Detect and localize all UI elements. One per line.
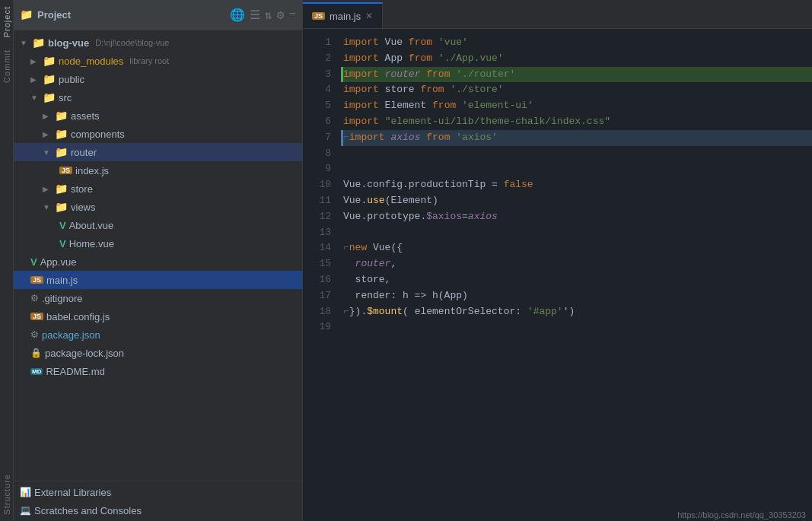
token: from <box>409 35 432 51</box>
tree-label: store <box>71 183 93 195</box>
tree-item-about-vue[interactable]: V About.vue <box>14 216 302 234</box>
tree-item-blog-vue[interactable]: ▼ 📁 blog-vue D:\njl\code\blog-vue <box>14 33 302 52</box>
tree-subtitle: D:\njl\code\blog-vue <box>95 38 169 47</box>
tree-label: node_modules <box>59 56 123 67</box>
code-line-12: Vue.prototype.$axios=axios <box>343 209 812 225</box>
tree-item-main-js[interactable]: JS main.js <box>14 271 302 289</box>
globe-icon[interactable]: 🌐 <box>230 8 245 23</box>
token: import <box>343 114 379 130</box>
tree-label: Scratches and Consoles <box>34 505 142 516</box>
token: import <box>343 51 379 67</box>
tree-label: .gitignore <box>42 293 82 304</box>
token: from <box>409 51 432 67</box>
project-icon: 📁 <box>20 8 33 21</box>
token: $axios <box>426 209 462 225</box>
token <box>420 130 426 146</box>
token: new <box>349 240 367 256</box>
tree-item-scratches[interactable]: 💻 Scratches and Consoles <box>14 501 302 519</box>
code-line-11: Vue.use(Element) <box>343 193 812 209</box>
md-badge: MD <box>30 368 43 375</box>
token <box>379 67 385 83</box>
token: Vue <box>379 35 409 51</box>
code-line-9 <box>343 161 812 177</box>
commit-label[interactable]: Commit <box>1 43 13 89</box>
arrow-right-icon: ▶ <box>30 57 40 65</box>
folder-icon: 📁 <box>55 201 68 213</box>
token <box>432 51 438 67</box>
code-line-17: render: h => h(App) <box>343 288 812 304</box>
line-num: 13 <box>303 225 331 241</box>
tree-item-node-modules[interactable]: ▶ 📁 node_modules library root <box>14 52 302 70</box>
tree-item-views[interactable]: ▼ 📁 views <box>14 198 302 216</box>
tree-item-babel-config[interactable]: JS babel.config.js <box>14 307 302 326</box>
token: import <box>343 98 379 114</box>
status-bar: https://blog.csdn.net/qq_30353203 <box>671 509 812 521</box>
arrow-right-icon: ▶ <box>30 75 40 84</box>
minus-icon[interactable]: − <box>288 8 296 23</box>
token: 'element-ui' <box>462 98 533 114</box>
token: import <box>343 82 379 98</box>
tree-item-app-vue[interactable]: V App.vue <box>14 253 302 271</box>
list-icon[interactable]: ☰ <box>250 8 260 23</box>
line-num: 9 <box>303 161 331 177</box>
tree-label: public <box>59 74 84 85</box>
tree-item-package-lock[interactable]: 🔒 package-lock.json <box>14 344 302 362</box>
arrow-right-icon: ▶ <box>43 185 52 193</box>
line-num: 4 <box>303 82 331 98</box>
code-line-19 <box>343 319 812 335</box>
code-line-14: ⌐new Vue({ <box>343 240 812 256</box>
tab-close-button[interactable]: ✕ <box>365 11 373 21</box>
tree-item-src[interactable]: ▼ 📁 src <box>14 88 302 106</box>
tree-item-components[interactable]: ▶ 📁 components <box>14 125 302 143</box>
folder-icon: 📁 <box>43 91 56 103</box>
code-line-5: import Element from 'element-ui' <box>343 98 812 114</box>
tree-item-ext-libs[interactable]: 📊 External Libraries <box>14 483 302 501</box>
line-numbers: 1 2 3 4 5 6 7 8 9 10 11 12 13 14 15 16 1… <box>303 29 337 521</box>
tree-item-gitignore[interactable]: ⚙ .gitignore <box>14 289 302 307</box>
token: axios <box>390 130 420 146</box>
tab-bar: JS main.js ✕ <box>303 0 812 29</box>
token: ( elementOrSelector: <box>403 304 527 320</box>
tree-item-package-json[interactable]: ⚙ package.json <box>14 326 302 344</box>
tree-item-store[interactable]: ▶ 📁 store <box>14 179 302 198</box>
tree-item-router[interactable]: ▼ 📁 router <box>14 143 302 161</box>
tree-item-router-index[interactable]: JS index.js <box>14 161 302 179</box>
tree-item-assets[interactable]: ▶ 📁 assets <box>14 106 302 125</box>
tree-label: About.vue <box>69 220 114 231</box>
js-tab-badge: JS <box>312 12 325 20</box>
filter-icon[interactable]: ⇅ <box>265 8 272 23</box>
gear-icon: ⚙ <box>30 329 39 340</box>
lock-icon: 🔒 <box>30 348 42 358</box>
token: ⌐ <box>343 304 349 320</box>
arrow-right-icon: ▶ <box>43 112 52 120</box>
tree-item-home-vue[interactable]: V Home.vue <box>14 234 302 253</box>
token: './router' <box>456 67 515 83</box>
tree-label: README.md <box>46 366 104 377</box>
tree-item-readme[interactable]: MD README.md <box>14 362 302 380</box>
tab-main-js[interactable]: JS main.js ✕ <box>303 2 383 28</box>
token: import <box>343 67 379 83</box>
project-label[interactable]: Project <box>1 0 13 43</box>
token: router <box>385 67 421 83</box>
js-badge: JS <box>59 167 72 174</box>
tree-label: views <box>71 202 96 213</box>
vue-badge: V <box>59 220 66 231</box>
token: './store' <box>450 82 503 98</box>
bar-chart-icon: 📊 <box>20 487 31 497</box>
code-line-3: import router from './router' <box>341 67 812 83</box>
token: , <box>390 256 396 272</box>
token <box>343 256 355 272</box>
structure-label[interactable]: Structure <box>1 468 13 521</box>
gear-icon[interactable]: ⚙ <box>277 8 285 23</box>
js-badge: JS <box>30 276 43 284</box>
tree-label: External Libraries <box>34 487 111 498</box>
folder-icon: 📁 <box>43 73 56 85</box>
token: from <box>426 67 450 83</box>
file-tree: ▼ 📁 blog-vue D:\njl\code\blog-vue ▶ 📁 no… <box>14 30 302 481</box>
token: './App.vue' <box>438 51 504 67</box>
tree-item-public[interactable]: ▶ 📁 public <box>14 70 302 88</box>
arrow-right-icon: ▶ <box>43 130 52 138</box>
token: Vue. <box>343 193 367 209</box>
line-num: 18 <box>303 304 331 320</box>
arrow-down-icon: ▼ <box>20 39 29 47</box>
